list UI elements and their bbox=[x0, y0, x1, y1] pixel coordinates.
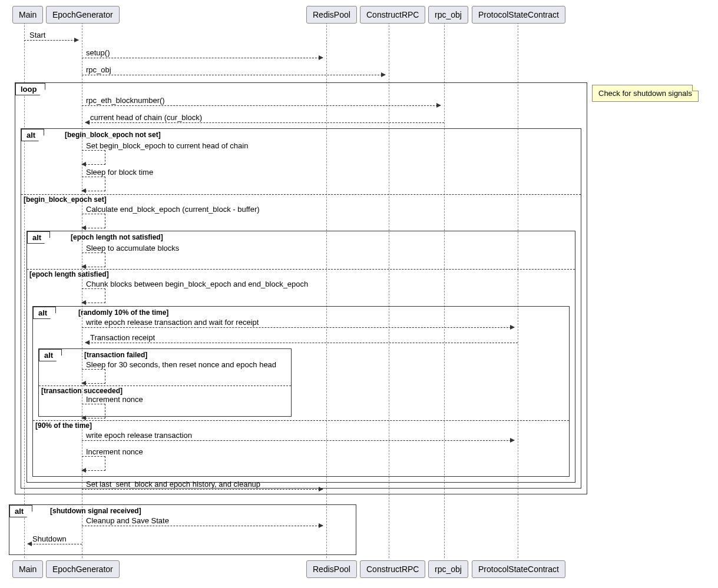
participant-main-bottom: Main bbox=[12, 560, 43, 578]
msg-tx-receipt: Transaction receipt bbox=[90, 333, 155, 342]
msg-inc-nonce: Increment nonce bbox=[86, 395, 143, 404]
participant-epoch-generator-top: EpochGenerator bbox=[46, 6, 120, 24]
participant-redis-pool-bottom: RedisPool bbox=[306, 560, 357, 578]
msg-sleep-30: Sleep for 30 seconds, then reset nonce a… bbox=[86, 360, 276, 369]
alt-tx-label: alt bbox=[39, 349, 62, 361]
msg-shutdown: Shutdown bbox=[32, 534, 67, 543]
guard-begin-set: [begin_block_epoch set] bbox=[24, 195, 107, 204]
participant-rpc-obj-bottom: rpc_obj bbox=[428, 560, 468, 578]
arrow-sleep-accum bbox=[82, 253, 105, 267]
arrow-write-epoch bbox=[82, 440, 514, 441]
msg-calc-end: Calculate end_block_epoch (current_block… bbox=[86, 205, 260, 214]
arrow-current-head bbox=[85, 122, 444, 123]
alt-begin-label: alt bbox=[21, 129, 44, 141]
arrow-write-wait bbox=[82, 327, 514, 328]
arrow-sleep-30 bbox=[82, 369, 105, 384]
arrow-sleep-block bbox=[82, 177, 105, 191]
participant-epoch-generator-bottom: EpochGenerator bbox=[46, 560, 120, 578]
arrow-cleanup bbox=[82, 526, 323, 526]
alt-shutdown-label: alt bbox=[9, 505, 32, 517]
arrow-rpc-obj bbox=[82, 75, 385, 75]
arrow-blocknumber bbox=[82, 105, 441, 106]
msg-last-sent: Set last_sent_block and epoch history, a… bbox=[86, 480, 260, 489]
guard-random-10: [randomly 10% of the time] bbox=[78, 308, 168, 317]
arrow-inc-nonce2 bbox=[82, 456, 105, 471]
msg-cleanup: Cleanup and Save State bbox=[86, 516, 169, 525]
participant-redis-pool-top: RedisPool bbox=[306, 6, 357, 24]
msg-rpc-obj: rpc_obj bbox=[86, 65, 111, 74]
guard-epoch-sat: [epoch length satisfied] bbox=[29, 270, 109, 278]
participant-protocol-state-top: ProtocolStateContract bbox=[472, 6, 565, 24]
arrow-tx-receipt bbox=[85, 343, 518, 343]
msg-sleep-accum: Sleep to accumulate blocks bbox=[86, 244, 179, 253]
alt-epoch-label: alt bbox=[27, 231, 50, 244]
msg-chunk: Chunk blocks between begin_block_epoch a… bbox=[86, 280, 308, 288]
arrow-calc-end bbox=[82, 214, 105, 228]
divider-epoch-sat bbox=[27, 269, 575, 270]
msg-inc-nonce2: Increment nonce bbox=[86, 447, 143, 456]
guard-tx-failed: [transaction failed] bbox=[84, 351, 147, 359]
msg-sleep-block: Sleep for block time bbox=[86, 168, 153, 177]
participant-construct-rpc-bottom: ConstructRPC bbox=[360, 560, 425, 578]
msg-set-begin: Set begin_block_epoch to current head of… bbox=[86, 141, 248, 150]
fragment-alt-tx: alt bbox=[38, 348, 292, 417]
msg-write-wait: write epoch release transaction and wait… bbox=[86, 318, 259, 327]
msg-start: Start bbox=[29, 31, 45, 39]
arrow-chunk bbox=[82, 288, 105, 303]
participant-main-top: Main bbox=[12, 6, 43, 24]
loop-label: loop bbox=[15, 83, 45, 95]
divider-begin-set bbox=[21, 194, 581, 195]
arrow-inc-nonce bbox=[82, 404, 105, 418]
arrow-setup bbox=[82, 58, 323, 58]
participant-construct-rpc-top: ConstructRPC bbox=[360, 6, 425, 24]
msg-current-head: current head of chain (cur_block) bbox=[90, 113, 202, 122]
note-shutdown: Check for shutdown signals bbox=[592, 85, 699, 102]
divider-90pct bbox=[33, 420, 569, 421]
participant-protocol-state-bottom: ProtocolStateContract bbox=[472, 560, 565, 578]
arrow-start bbox=[24, 40, 78, 41]
guard-begin-not-set: [begin_block_epoch not set] bbox=[65, 131, 161, 139]
arrow-shutdown bbox=[28, 544, 82, 544]
arrow-set-begin bbox=[82, 150, 105, 165]
participant-rpc-obj-top: rpc_obj bbox=[428, 6, 468, 24]
divider-tx-succeeded bbox=[39, 386, 291, 386]
guard-tx-succeeded: [transaction succeeded] bbox=[41, 387, 123, 395]
alt-random-label: alt bbox=[33, 307, 56, 319]
msg-write-epoch: write epoch release transaction bbox=[86, 431, 192, 440]
arrow-last-sent bbox=[82, 489, 323, 490]
guard-90pct: [90% of the time] bbox=[35, 421, 92, 430]
msg-blocknumber: rpc_eth_blocknumber() bbox=[86, 96, 165, 105]
guard-epoch-not-sat: [epoch length not satisfied] bbox=[71, 233, 163, 241]
guard-shutdown: [shutdown signal received] bbox=[50, 507, 141, 515]
msg-setup: setup() bbox=[86, 48, 110, 57]
